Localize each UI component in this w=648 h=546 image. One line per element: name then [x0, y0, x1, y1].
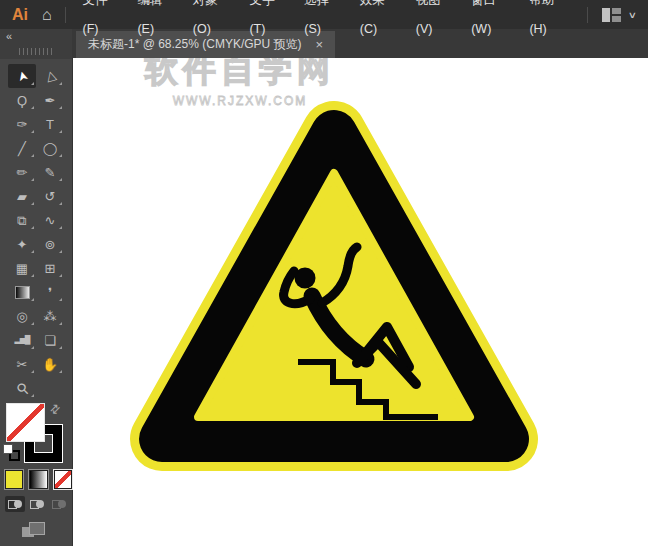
symbol-sprayer-tool[interactable]: ⁂: [36, 304, 64, 328]
workspace-switcher-icon[interactable]: [602, 8, 621, 22]
eraser-tool[interactable]: ▰: [8, 184, 36, 208]
swap-fill-stroke-icon[interactable]: ⇄: [47, 400, 64, 417]
draw-inside-button[interactable]: [49, 496, 69, 512]
tools-panel-header: «: [0, 29, 72, 59]
puppet-warp-tool[interactable]: ✦: [8, 232, 36, 256]
draw-behind-button[interactable]: [27, 496, 47, 512]
color-button[interactable]: [5, 470, 23, 489]
menu-file[interactable]: 文件(F): [72, 0, 127, 44]
home-icon[interactable]: ⌂: [42, 7, 52, 23]
menu-window[interactable]: 窗口(W): [460, 0, 518, 44]
change-screen-mode-button[interactable]: [22, 522, 46, 538]
artboard-canvas[interactable]: 软件自学网 WWW.RJZXW.COM: [72, 58, 648, 546]
direct-selection-tool[interactable]: ▷: [36, 64, 64, 88]
shape-builder-tool[interactable]: ⊚: [36, 232, 64, 256]
watermark-title: 软件自学网: [133, 58, 347, 93]
tools-panel: « ➤ ▷ Ϙ ✒ ✑ T ╱ ◯ ✏ ✎ ▰ ↺ ⧉ ∿ ✦ ⊚ ▦ ⊞ ❜ …: [0, 29, 73, 546]
slice-tool[interactable]: ✂: [8, 352, 36, 376]
tools-grid: ➤ ▷ Ϙ ✒ ✑ T ╱ ◯ ✏ ✎ ▰ ↺ ⧉ ∿ ✦ ⊚ ▦ ⊞ ❜ ◎ …: [0, 59, 72, 400]
draw-normal-button[interactable]: [5, 496, 25, 512]
width-tool[interactable]: ∿: [36, 208, 64, 232]
scale-tool[interactable]: ⧉: [8, 208, 36, 232]
menu-help[interactable]: 帮助(H): [518, 0, 574, 44]
chevron-down-icon[interactable]: ∨: [628, 10, 637, 20]
menubar-right: ∨: [574, 7, 636, 23]
menu-bar: Ai ⌂ 文件(F) 编辑(E) 对象(O) 文字(T) 选择(S) 效果(C)…: [0, 0, 648, 29]
menu-object[interactable]: 对象(O): [182, 0, 239, 44]
collapse-panel-icon[interactable]: «: [6, 30, 11, 42]
fill-color-swatch[interactable]: [6, 403, 45, 442]
menu-separator-right: [587, 7, 588, 23]
menu-edit[interactable]: 编辑(E): [126, 0, 181, 44]
warning-sign-artwork[interactable]: [128, 101, 540, 474]
pencil-tool[interactable]: ✎: [36, 160, 64, 184]
selection-tool[interactable]: ➤: [8, 64, 36, 88]
menu-effect[interactable]: 效果(C): [349, 0, 405, 44]
curvature-tool[interactable]: ✑: [8, 112, 36, 136]
artboard-tool[interactable]: ❏: [36, 328, 64, 352]
menu-separator: [65, 7, 66, 23]
column-graph-tool[interactable]: ▂▅█: [8, 328, 36, 352]
hand-tool[interactable]: ✋: [36, 352, 64, 376]
gradient-tool[interactable]: [8, 280, 36, 304]
gradient-tool-icon: [15, 286, 30, 299]
fill-stroke-control: ⇄: [0, 400, 72, 468]
gradient-button[interactable]: [29, 470, 47, 489]
eyedropper-tool[interactable]: ❜: [36, 280, 64, 304]
menu-view[interactable]: 视图(V): [405, 0, 460, 44]
menu-items: 文件(F) 编辑(E) 对象(O) 文字(T) 选择(S) 效果(C) 视图(V…: [72, 0, 575, 44]
lasso-tool[interactable]: Ϙ: [8, 88, 36, 112]
type-tool[interactable]: T: [36, 112, 64, 136]
paintbrush-tool[interactable]: ✏: [8, 160, 36, 184]
menu-type[interactable]: 文字(T): [238, 0, 293, 44]
blend-tool[interactable]: ◎: [8, 304, 36, 328]
rotate-tool[interactable]: ↺: [36, 184, 64, 208]
zoom-tool[interactable]: ⚲: [8, 376, 36, 400]
ellipse-tool[interactable]: ◯: [36, 136, 64, 160]
none-button[interactable]: [54, 470, 72, 489]
line-segment-tool[interactable]: ╱: [8, 136, 36, 160]
panel-grip-handle[interactable]: [19, 48, 53, 55]
color-type-row: [0, 470, 72, 489]
pen-tool[interactable]: ✒: [36, 88, 64, 112]
app-logo: Ai: [12, 6, 28, 24]
mesh-tool[interactable]: ⊞: [36, 256, 64, 280]
default-fill-stroke-icon[interactable]: [3, 444, 19, 460]
drawing-modes: [0, 496, 72, 512]
perspective-grid-tool[interactable]: ▦: [8, 256, 36, 280]
menu-select[interactable]: 选择(S): [293, 0, 348, 44]
